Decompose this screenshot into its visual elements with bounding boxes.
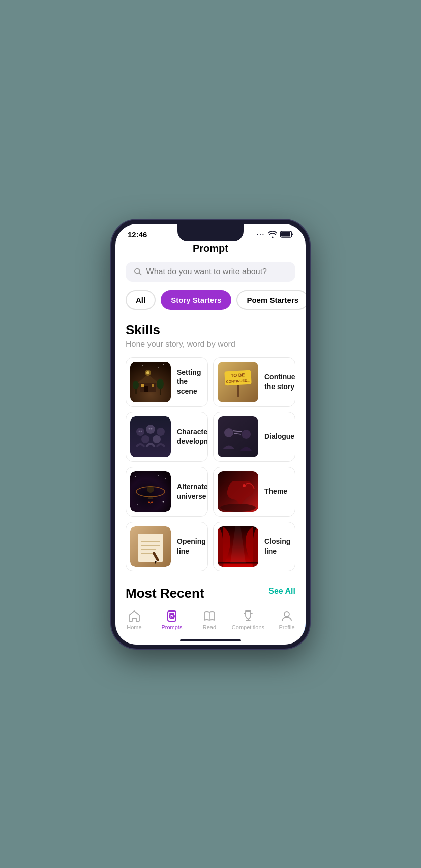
svg-rect-50 bbox=[138, 534, 163, 562]
svg-point-24 bbox=[136, 428, 144, 436]
nav-label-competitions: Competitions bbox=[232, 624, 264, 630]
notch bbox=[177, 224, 244, 241]
svg-point-48 bbox=[220, 504, 256, 512]
svg-point-16 bbox=[158, 367, 159, 368]
skill-image-theme bbox=[218, 471, 258, 512]
skill-card-character-dev[interactable]: Character development bbox=[126, 412, 208, 462]
nav-item-competitions[interactable]: Competitions bbox=[232, 609, 264, 630]
skill-card-dialogue[interactable]: Dialogue bbox=[213, 412, 295, 462]
svg-point-12 bbox=[157, 379, 164, 389]
skill-card-theme[interactable]: Theme bbox=[213, 467, 295, 517]
svg-point-28 bbox=[153, 435, 161, 443]
most-recent-title: Most Recent bbox=[126, 586, 204, 601]
svg-point-35 bbox=[242, 430, 251, 439]
svg-point-27 bbox=[141, 435, 149, 443]
see-all-button[interactable]: See All bbox=[268, 587, 295, 596]
battery-icon bbox=[280, 231, 293, 238]
skill-image-continue-story: TO BE CONTINUED... bbox=[218, 362, 258, 402]
home-icon bbox=[128, 609, 141, 623]
skill-image-setting-scene bbox=[130, 362, 171, 402]
svg-point-42 bbox=[165, 478, 166, 479]
skill-image-closing-line bbox=[218, 526, 258, 567]
svg-point-25 bbox=[146, 425, 155, 434]
search-icon bbox=[134, 267, 142, 276]
home-indicator bbox=[180, 639, 241, 641]
search-input[interactable] bbox=[146, 267, 287, 276]
nav-item-prompts[interactable]: P Prompts bbox=[157, 609, 187, 630]
profile-icon bbox=[280, 609, 293, 623]
svg-point-30 bbox=[141, 430, 142, 432]
svg-point-31 bbox=[149, 428, 151, 429]
page-title: Prompt bbox=[115, 239, 306, 262]
screen-content: Prompt All Story Starters Poem Starters … bbox=[115, 239, 306, 634]
nav-label-read: Read bbox=[203, 624, 216, 630]
nav-label-home: Home bbox=[127, 624, 141, 630]
svg-point-26 bbox=[157, 428, 165, 436]
filter-tabs: All Story Starters Poem Starters bbox=[115, 290, 306, 310]
search-bar[interactable] bbox=[126, 262, 295, 282]
skill-name-closing-line: Closing line bbox=[264, 537, 290, 555]
svg-rect-1 bbox=[281, 232, 290, 237]
svg-point-45 bbox=[158, 475, 159, 476]
svg-rect-6 bbox=[144, 386, 148, 392]
tab-poem-starters[interactable]: Poem Starters bbox=[236, 290, 306, 310]
tab-story-starters[interactable]: Story Starters bbox=[161, 290, 231, 310]
skill-name-alt-universe: Alternate universe bbox=[177, 482, 208, 500]
read-icon bbox=[203, 609, 216, 623]
skill-card-opening-line[interactable]: Opening line bbox=[126, 522, 208, 571]
svg-point-43 bbox=[137, 504, 138, 505]
signal-icon: ··· bbox=[257, 231, 265, 238]
svg-point-14 bbox=[133, 381, 139, 389]
skill-name-setting-scene: Setting the scene bbox=[177, 368, 202, 396]
nav-label-profile: Profile bbox=[279, 624, 294, 630]
prompts-icon: P bbox=[165, 609, 178, 623]
bottom-nav: Home P Prompts Read bbox=[115, 604, 306, 645]
skill-name-character-dev: Character development bbox=[177, 427, 208, 445]
skill-image-dialogue bbox=[218, 416, 258, 457]
competitions-icon bbox=[242, 609, 255, 623]
tab-all[interactable]: All bbox=[126, 290, 156, 310]
svg-point-17 bbox=[163, 364, 164, 365]
skills-grid: Setting the scene bbox=[115, 357, 306, 571]
skill-name-opening-line: Opening line bbox=[177, 537, 206, 555]
nav-label-prompts: Prompts bbox=[161, 624, 182, 630]
skill-image-opening-line bbox=[130, 526, 171, 567]
skill-name-dialogue: Dialogue bbox=[264, 432, 294, 441]
skill-image-character-dev bbox=[130, 416, 171, 457]
svg-point-29 bbox=[139, 430, 140, 432]
skills-subtitle: Hone your story, word by word bbox=[126, 340, 295, 349]
svg-text:P: P bbox=[170, 614, 173, 619]
svg-point-34 bbox=[224, 428, 233, 437]
skills-section-header: Skills Hone your story, word by word bbox=[115, 322, 306, 357]
skill-name-theme: Theme bbox=[264, 487, 287, 496]
svg-point-41 bbox=[135, 476, 136, 477]
svg-point-32 bbox=[151, 428, 153, 429]
nav-item-read[interactable]: Read bbox=[194, 609, 225, 630]
svg-text:TO BE: TO BE bbox=[231, 372, 245, 378]
wifi-icon bbox=[268, 231, 277, 238]
status-icons: ··· bbox=[257, 231, 293, 238]
nav-item-home[interactable]: Home bbox=[119, 609, 149, 630]
skill-card-setting-scene[interactable]: Setting the scene bbox=[126, 357, 208, 407]
phone-frame: 12:46 ··· Prompt bbox=[111, 220, 310, 649]
skill-image-alt-universe bbox=[130, 471, 171, 512]
svg-rect-7 bbox=[141, 384, 144, 387]
skill-card-alt-universe[interactable]: Alternate universe bbox=[126, 467, 208, 517]
svg-point-44 bbox=[163, 501, 164, 502]
skill-card-continue-story[interactable]: TO BE CONTINUED... Continue the story bbox=[213, 357, 295, 407]
status-time: 12:46 bbox=[128, 230, 147, 239]
svg-point-15 bbox=[142, 365, 143, 366]
skills-title: Skills bbox=[126, 322, 295, 338]
svg-point-10 bbox=[146, 371, 149, 374]
svg-point-47 bbox=[243, 484, 246, 487]
nav-item-profile[interactable]: Profile bbox=[272, 609, 302, 630]
svg-rect-8 bbox=[152, 384, 154, 387]
svg-rect-23 bbox=[130, 416, 171, 457]
svg-point-70 bbox=[284, 612, 289, 617]
skill-card-closing-line[interactable]: Closing line bbox=[213, 522, 295, 571]
skill-name-continue-story: Continue the story bbox=[264, 372, 295, 391]
